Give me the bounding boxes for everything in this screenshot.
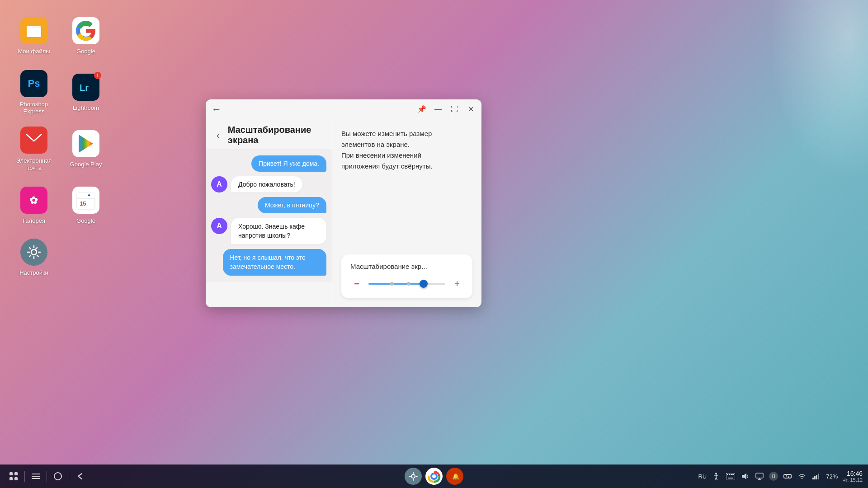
svg-rect-47 xyxy=(814,476,816,479)
chat-msg-2: Может, в пятницу? xyxy=(258,197,326,213)
lightroom-label: Lightroom xyxy=(73,104,99,112)
svg-point-31 xyxy=(715,473,717,474)
slider-track[interactable] xyxy=(368,283,445,285)
gallery-icon: ✿ xyxy=(20,187,47,214)
scale-plus-button[interactable]: + xyxy=(451,277,463,290)
chat-row-1: А Добро пожаловать! xyxy=(211,176,326,192)
svg-rect-39 xyxy=(731,474,732,475)
desktop-icon-lightroom[interactable]: Lr 1 Lightroom xyxy=(61,66,111,120)
maximize-icon[interactable]: ⛶ xyxy=(450,105,459,114)
taskbar-accessibility-icon[interactable] xyxy=(711,471,721,481)
svg-marker-42 xyxy=(742,473,746,479)
svg-point-28 xyxy=(432,474,436,478)
google-label: Google xyxy=(76,48,95,55)
svg-rect-43 xyxy=(756,473,763,478)
taskbar-sep-3 xyxy=(69,471,69,482)
chat-msg-3: Хорошо. Знаешь кафе напротив школы? xyxy=(231,218,326,244)
taskbar-lines-icon[interactable] xyxy=(28,468,44,484)
taskbar-left xyxy=(5,468,405,484)
taskbar-link-icon[interactable] xyxy=(783,471,793,481)
taskbar-sep-1 xyxy=(24,471,25,482)
lightroom-icon: Lr 1 xyxy=(72,74,99,101)
slider-thumb[interactable] xyxy=(420,280,428,288)
scale-minus-button[interactable]: − xyxy=(350,277,363,290)
taskbar-circle-icon[interactable] xyxy=(50,468,66,484)
back-arrow-titlebar[interactable]: ← xyxy=(212,105,221,114)
desktop-icon-email[interactable]: Электронная почта xyxy=(9,122,59,176)
taskbar-screen-icon[interactable] xyxy=(755,471,764,481)
chat-msg-4: Нет, но я слышал, что это замечательное … xyxy=(223,249,327,276)
googleplay-icon xyxy=(72,130,99,157)
svg-text:Lr: Lr xyxy=(80,83,89,93)
chat-msg-1: Добро пожаловать! xyxy=(231,176,302,192)
svg-rect-18 xyxy=(14,472,18,475)
desktop-icon-photoshop[interactable]: Ps Photoshop Express xyxy=(9,66,59,120)
taskbar-lang[interactable]: RU xyxy=(698,473,707,480)
taskbar-battery[interactable]: 72% xyxy=(826,473,838,480)
taskbar-date: Чт, 15.12 xyxy=(842,477,863,483)
gallery-label: Галерея xyxy=(23,217,45,225)
chat-msg-0: Привет! Я уже дома. xyxy=(251,155,326,172)
googleplay-label: Google Play xyxy=(70,161,102,168)
desktop-icon-myfiles[interactable]: Мои файлы xyxy=(9,9,59,63)
myfiles-label: Мои файлы xyxy=(18,48,50,55)
taskbar-notify-app[interactable]: 🔔 xyxy=(446,468,463,485)
google-icon xyxy=(72,17,99,44)
googlecal-label: Google xyxy=(76,217,95,225)
taskbar-back-icon[interactable] xyxy=(72,468,88,484)
scale-slider-row: − + xyxy=(350,277,463,290)
svg-rect-20 xyxy=(14,477,18,480)
modal-body: ‹ Масштабирование экрана Привет! Я уже д… xyxy=(206,119,481,307)
titlebar-controls: 📌 — ⛶ ✕ xyxy=(417,105,475,114)
taskbar-number-icon[interactable]: 8 xyxy=(769,472,778,481)
chat-panel: Привет! Я уже дома. А Добро пожаловать! … xyxy=(206,149,332,282)
svg-rect-37 xyxy=(727,474,728,475)
modal-titlebar: ← 📌 — ⛶ ✕ xyxy=(206,99,481,119)
slider-dot-1 xyxy=(390,282,394,286)
svg-text:●: ● xyxy=(88,192,90,197)
taskbar-sep-2 xyxy=(47,471,47,482)
taskbar-grid-icon[interactable] xyxy=(5,468,22,484)
svg-text:🔔: 🔔 xyxy=(452,473,460,480)
taskbar-volume-icon[interactable] xyxy=(740,471,750,481)
taskbar-wifi-icon[interactable] xyxy=(797,471,807,481)
svg-point-24 xyxy=(54,473,61,480)
taskbar-settings-app[interactable] xyxy=(405,468,422,485)
desktop-icon-googleplay[interactable]: Google Play xyxy=(61,122,111,176)
taskbar: 🔔 RU 8 72% 16:46 Чт, 15.12 xyxy=(0,465,868,488)
decorative-light xyxy=(769,0,868,181)
taskbar-keyboard-icon[interactable] xyxy=(726,471,736,481)
svg-text:15: 15 xyxy=(80,200,86,207)
taskbar-signal-icon[interactable] xyxy=(811,471,821,481)
svg-line-35 xyxy=(716,478,717,480)
myfiles-icon xyxy=(20,17,47,44)
svg-rect-1 xyxy=(27,28,41,37)
minimize-icon[interactable]: — xyxy=(434,105,443,114)
taskbar-center: 🔔 xyxy=(405,468,463,485)
svg-rect-41 xyxy=(728,478,733,479)
scale-control-title: Масштабирование экр… xyxy=(350,263,463,270)
slider-fill xyxy=(368,283,424,285)
modal-back-button[interactable]: ‹ xyxy=(212,128,224,142)
slider-dot-2 xyxy=(407,282,410,286)
modal-window: ← 📌 — ⛶ ✕ ‹ Масштабирование экрана Приве… xyxy=(206,99,481,307)
pin-icon[interactable]: 📌 xyxy=(417,105,426,114)
taskbar-chrome-app[interactable] xyxy=(425,468,443,485)
svg-rect-19 xyxy=(9,477,13,480)
taskbar-time-block: 16:46 Чт, 15.12 xyxy=(842,470,863,483)
svg-line-34 xyxy=(715,478,716,480)
svg-rect-49 xyxy=(818,474,819,479)
desktop-icon-gallery[interactable]: ✿ Галерея xyxy=(9,178,59,233)
desktop-icon-google[interactable]: Google xyxy=(61,9,111,63)
desktop-icon-googlecal[interactable]: 15● Google xyxy=(61,178,111,233)
info-panel: Вы можете изменить размерэлементов на эк… xyxy=(332,119,481,307)
desktop-icon-settings[interactable]: Настройки xyxy=(9,235,59,280)
info-description: Вы можете изменить размерэлементов на эк… xyxy=(341,128,472,172)
svg-rect-48 xyxy=(816,475,817,479)
photoshop-icon: Ps xyxy=(20,70,47,97)
desktop-icons-grid: Мои файлы Google Ps Photoshop Express Lr… xyxy=(9,9,111,280)
close-icon[interactable]: ✕ xyxy=(466,105,475,114)
svg-rect-40 xyxy=(732,474,734,475)
email-icon xyxy=(20,127,47,154)
settings-icon xyxy=(20,239,47,266)
